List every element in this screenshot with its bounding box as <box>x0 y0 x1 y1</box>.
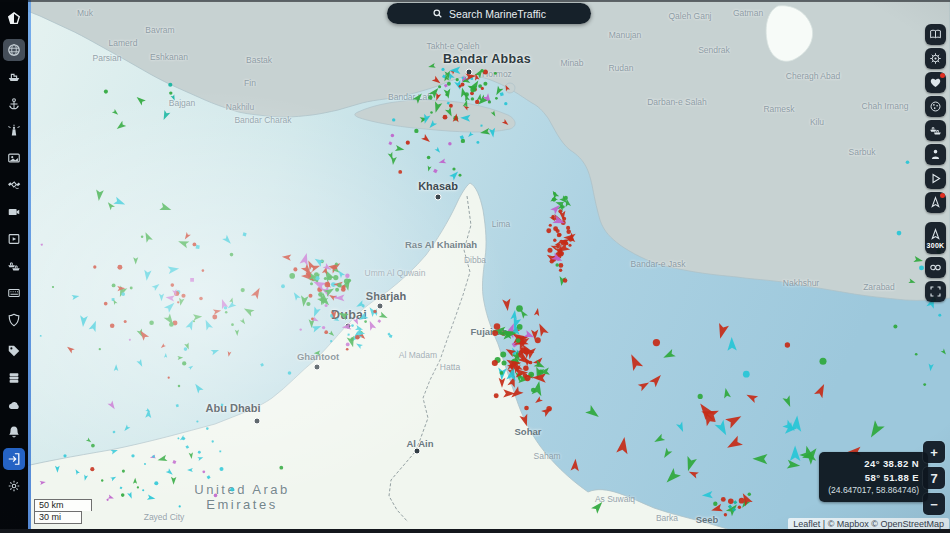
vessel-marker-green[interactable] <box>135 95 146 106</box>
vessel-marker-red[interactable] <box>432 76 442 86</box>
vessel-marker-green[interactable] <box>157 455 168 464</box>
vessel-marker-cyan[interactable] <box>702 491 713 499</box>
vessel-marker-green[interactable] <box>531 388 536 393</box>
vessel-marker-green[interactable] <box>106 200 115 210</box>
vessel-marker-red[interactable] <box>227 351 232 357</box>
vessel-marker-green[interactable] <box>104 90 108 94</box>
vessel-marker-cyan[interactable] <box>71 293 79 300</box>
vessel-marker-cyan[interactable] <box>154 481 158 485</box>
vessel-marker-cyan[interactable] <box>311 306 321 318</box>
vessel-marker-red[interactable] <box>309 294 313 298</box>
vessel-marker-green[interactable] <box>328 330 335 337</box>
vessel-marker-green[interactable] <box>95 189 104 201</box>
vessel-filters-button[interactable] <box>925 48 946 69</box>
vessel-marker-magenta[interactable] <box>190 278 194 282</box>
vessel-marker-green[interactable] <box>189 452 194 459</box>
vessel-marker-cyan[interactable] <box>166 468 175 476</box>
vessel-marker-green[interactable] <box>591 499 605 514</box>
map-layers-button[interactable] <box>925 24 946 45</box>
vessel-marker-red[interactable] <box>406 141 410 145</box>
vessel-marker-cyan[interactable] <box>291 291 300 301</box>
vessel-marker-cyan[interactable] <box>136 359 144 368</box>
vessel-marker-green[interactable] <box>502 361 507 366</box>
vessel-marker-green[interactable] <box>225 311 228 314</box>
vessel-marker-red[interactable] <box>559 263 564 268</box>
vessel-marker-green[interactable] <box>230 253 234 257</box>
favorites-button[interactable] <box>925 72 946 93</box>
vessel-marker-green[interactable] <box>941 349 948 356</box>
vessel-marker-red[interactable] <box>553 239 556 242</box>
vessel-marker-green[interactable] <box>379 312 389 321</box>
vessel-marker-green[interactable] <box>585 405 601 421</box>
vessel-marker-red[interactable] <box>282 254 292 261</box>
vessel-marker-cyan[interactable] <box>110 448 118 455</box>
vessel-marker-magenta[interactable] <box>129 339 131 341</box>
vessel-marker-red[interactable] <box>649 372 664 387</box>
vessel-marker-red[interactable] <box>549 224 552 227</box>
vessel-marker-red[interactable] <box>183 232 191 241</box>
vessel-marker-green[interactable] <box>242 305 254 316</box>
vessel-marker-red[interactable] <box>565 242 569 246</box>
vessel-marker-cyan[interactable] <box>187 468 193 472</box>
vessel-marker-cyan[interactable] <box>74 468 80 475</box>
vessel-marker-green[interactable] <box>289 273 295 279</box>
vessel-marker-cyan[interactable] <box>179 505 181 507</box>
vessel-marker-magenta[interactable] <box>172 460 176 464</box>
vessel-marker-red[interactable] <box>745 391 758 403</box>
vessel-marker-red[interactable] <box>193 243 197 247</box>
sidebar-satellite-tracking[interactable] <box>3 174 25 196</box>
vessel-marker-cyan[interactable] <box>230 488 234 492</box>
vessel-marker-red[interactable] <box>124 320 127 323</box>
vessel-marker-cyan[interactable] <box>131 454 134 457</box>
vessel-marker-red[interactable] <box>725 436 743 453</box>
vessel-marker-red[interactable] <box>559 233 562 236</box>
vessel-marker-red[interactable] <box>519 414 530 428</box>
vessel-marker-red[interactable] <box>160 343 166 349</box>
vessel-marker-magenta[interactable] <box>40 480 47 485</box>
vessel-marker-magenta[interactable] <box>325 304 328 307</box>
vessel-marker-red[interactable] <box>739 498 745 504</box>
sidebar-tags[interactable] <box>3 340 25 362</box>
vessel-marker-magenta[interactable] <box>433 169 438 174</box>
vessel-marker-red[interactable] <box>535 337 541 343</box>
vessel-marker-green[interactable] <box>337 310 349 320</box>
vessel-marker-cyan[interactable] <box>938 314 941 317</box>
vessel-marker-red[interactable] <box>324 330 328 334</box>
vessel-marker-cyan[interactable] <box>110 475 117 481</box>
sidebar-live-map[interactable] <box>3 39 25 61</box>
vessel-marker-cyan[interactable] <box>435 147 442 154</box>
vessel-marker-green[interactable] <box>752 454 767 465</box>
vessel-marker-cyan[interactable] <box>281 284 285 288</box>
vessel-marker-red[interactable] <box>502 119 510 127</box>
vessel-marker-green[interactable] <box>722 387 731 398</box>
zoom-out-button[interactable]: − <box>923 493 945 515</box>
vessel-marker-green[interactable] <box>683 456 697 473</box>
voyage-playback-button[interactable] <box>925 168 946 189</box>
vessel-marker-green[interactable] <box>169 322 174 327</box>
vessel-marker-green[interactable] <box>364 320 367 323</box>
vessel-marker-green[interactable] <box>314 351 321 356</box>
vessel-marker-red[interactable] <box>559 269 562 272</box>
vessel-marker-red[interactable] <box>571 458 580 471</box>
vessel-marker-cyan[interactable] <box>288 371 292 375</box>
vessel-marker-green[interactable] <box>516 305 523 312</box>
vessel-marker-red[interactable] <box>168 377 170 379</box>
vessel-marker-red[interactable] <box>568 244 571 247</box>
vessel-marker-cyan[interactable] <box>489 128 497 138</box>
vessel-marker-cyan[interactable] <box>179 435 186 442</box>
vessel-marker-red[interactable] <box>66 345 75 354</box>
vessel-marker-red[interactable] <box>251 286 263 299</box>
vessel-marker-cyan[interactable] <box>142 489 144 491</box>
vessel-marker-green[interactable] <box>333 275 338 280</box>
vessel-marker-red[interactable] <box>494 323 500 329</box>
vessel-marker-red[interactable] <box>566 226 570 230</box>
vessel-marker-green[interactable] <box>177 355 183 359</box>
vessel-marker-cyan[interactable] <box>193 382 204 394</box>
vessel-marker-green[interactable] <box>516 338 521 343</box>
vessel-marker-cyan[interactable] <box>260 363 264 367</box>
vessel-marker-green[interactable] <box>112 109 120 117</box>
vessel-marker-green[interactable] <box>149 320 154 325</box>
vessel-marker-cyan[interactable] <box>186 318 197 330</box>
vessel-marker-red[interactable] <box>529 361 533 365</box>
vessel-marker-red[interactable] <box>724 513 727 516</box>
